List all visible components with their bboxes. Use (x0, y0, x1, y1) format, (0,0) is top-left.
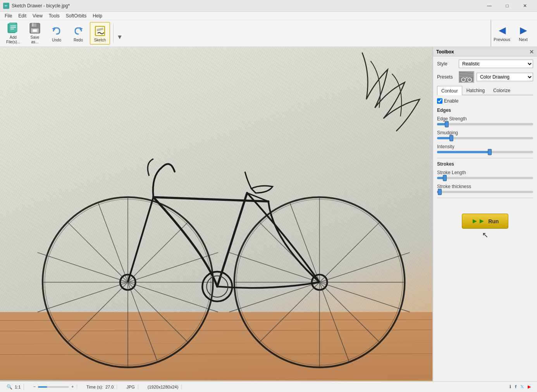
menu-help[interactable]: Help (90, 12, 105, 20)
add-file-button[interactable]: AddFile(s)... (3, 22, 23, 45)
run-label: Run (488, 218, 499, 224)
strokes-divider (437, 198, 533, 198)
save-button[interactable]: Saveas... (25, 22, 45, 45)
zoom-level: 1:1 (15, 385, 21, 389)
maximize-button[interactable]: □ (498, 0, 516, 12)
format-value: JPG (126, 385, 134, 389)
previous-arrow-icon: ◀ (499, 25, 506, 36)
stroke-thickness-slider[interactable] (437, 191, 533, 193)
stroke-thickness-thumb[interactable] (438, 189, 442, 195)
svg-rect-10 (33, 29, 37, 32)
toolbox-header: Toolbox ✕ (433, 47, 537, 56)
smudging-thumb[interactable] (449, 135, 453, 141)
section-divider (437, 158, 533, 158)
close-button[interactable]: ✕ (516, 0, 534, 12)
smudging-slider[interactable] (437, 137, 533, 139)
zoom-slider-section: − + (30, 385, 77, 389)
menu-edit[interactable]: Edit (15, 12, 29, 20)
undo-button[interactable]: Undo (46, 22, 67, 45)
twitter-icon[interactable]: 𝕏 (520, 384, 524, 389)
dimensions-section: (1920x1280x24) (145, 385, 182, 389)
preset-select[interactable]: Color Drawing (477, 73, 533, 81)
add-file-icon (7, 22, 19, 34)
edge-strength-label: Edge Strength (437, 116, 533, 122)
canvas-area[interactable] (0, 47, 432, 381)
toolbox-style-section: Style Realistic Presets (433, 56, 537, 243)
edges-section: Edges Edge Strength Smudging Intensity (437, 108, 533, 153)
edge-strength-slider[interactable] (437, 123, 533, 125)
strokes-label: Strokes (437, 161, 533, 167)
redo-button[interactable]: Redo (68, 22, 88, 45)
minimize-button[interactable]: — (480, 0, 498, 12)
enable-row: Enable (437, 98, 533, 104)
title-bar: ✏ Sketch Drawer - bicycle.jpg* — □ ✕ (0, 0, 537, 12)
title-bar-controls: — □ ✕ (480, 0, 534, 12)
save-label: Saveas... (31, 35, 40, 45)
youtube-icon[interactable]: ▶ (528, 384, 531, 389)
smudging-label: Smudging (437, 130, 533, 135)
zoom-in-icon: + (71, 385, 74, 389)
menu-softorbits[interactable]: SoftOrbits (63, 12, 90, 20)
stroke-thickness-label: Stroke thickness (437, 184, 533, 189)
stroke-length-slider[interactable] (437, 177, 533, 179)
time-section: Time (s): 27.0 (83, 385, 117, 389)
tabs-row: Contour Hatching Colorize (437, 86, 533, 95)
status-bar: 🔍 1:1 − + Time (s): 27.0 JPG (1920x1280x… (0, 381, 537, 392)
svg-rect-20 (0, 312, 432, 380)
svg-rect-13 (95, 26, 105, 36)
svg-rect-8 (32, 23, 33, 26)
intensity-label: Intensity (437, 144, 533, 149)
redo-icon (72, 25, 84, 37)
menu-file[interactable]: File (2, 12, 15, 20)
intensity-slider[interactable] (437, 151, 533, 153)
zoom-slider[interactable] (38, 386, 69, 388)
tab-hatching[interactable]: Hatching (462, 86, 489, 95)
sketch-button[interactable]: Sketch (90, 22, 110, 45)
menu-view[interactable]: View (29, 12, 46, 20)
previous-button[interactable]: ◀ Previous (491, 20, 513, 47)
sketch-label: Sketch (94, 38, 106, 42)
title-bar-left: ✏ Sketch Drawer - bicycle.jpg* (3, 3, 70, 9)
next-button[interactable]: ▶ Next (513, 20, 534, 47)
presets-row: Presets Color Drawing (437, 71, 533, 83)
zoom-slider-fill (38, 386, 47, 388)
dimensions-value: (1920x1280x24) (148, 385, 179, 389)
more-indicator: ▼ (117, 34, 123, 41)
zoom-section: 🔍 1:1 (3, 384, 24, 390)
style-label: Style (437, 61, 456, 67)
facebook-icon[interactable]: f (515, 384, 516, 389)
bicycle-background (0, 47, 432, 381)
tab-colorize[interactable]: Colorize (489, 86, 515, 95)
save-icon (29, 22, 41, 34)
enable-label[interactable]: Enable (444, 98, 458, 104)
toolbar: AddFile(s)... Saveas... Undo (0, 20, 537, 47)
info-icon[interactable]: ℹ (509, 384, 511, 389)
redo-label: Redo (74, 38, 83, 42)
enable-checkbox[interactable] (437, 98, 442, 104)
social-icons: ℹ f 𝕏 ▶ (509, 384, 534, 389)
toolbox-close-button[interactable]: ✕ (529, 49, 534, 55)
edge-strength-thumb[interactable] (445, 121, 449, 127)
preset-thumbnail (459, 71, 474, 83)
menu-bar: File Edit View Tools SoftOrbits Help (0, 12, 537, 20)
style-row: Style Realistic (437, 60, 533, 68)
menu-tools[interactable]: Tools (46, 12, 63, 20)
stroke-length-thumb[interactable] (443, 175, 447, 181)
toolbox-title: Toolbox (436, 49, 454, 55)
strokes-section: Strokes Stroke Length Stroke thickness (437, 161, 533, 193)
zoom-icon: 🔍 (6, 384, 12, 390)
run-button[interactable]: ►► Run (462, 214, 509, 229)
style-select[interactable]: Realistic (459, 60, 533, 68)
intensity-thumb[interactable] (488, 149, 492, 155)
stroke-length-label: Stroke Length (437, 170, 533, 175)
cursor-area: ↖ (437, 230, 533, 240)
run-icon: ►► (472, 217, 485, 225)
edges-label: Edges (437, 108, 533, 113)
cursor-icon: ↖ (482, 230, 489, 240)
toolbar-separator (113, 24, 114, 43)
undo-icon (50, 25, 63, 37)
app-icon: ✏ (3, 3, 9, 9)
sketch-icon (94, 25, 106, 37)
tab-contour[interactable]: Contour (437, 86, 462, 95)
next-label: Next (519, 37, 528, 42)
